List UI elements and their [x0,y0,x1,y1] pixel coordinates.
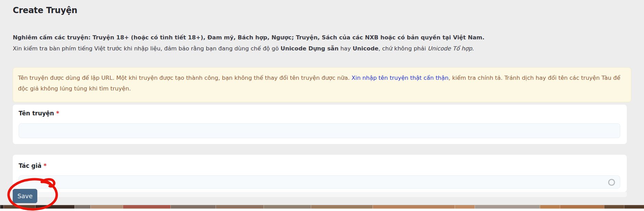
unicode-emphasis: Unicode [353,45,378,52]
cropped-image-segment [216,205,264,209]
cropped-image-strip [0,205,644,209]
tac-gia-input[interactable] [19,175,620,189]
keyboard-note-text-3: , chứ không phải [378,45,428,52]
unicode-to-hop-emphasis: Unicode Tổ hợp [428,45,472,52]
cropped-image-segment [170,205,216,209]
cropped-image-segment [455,205,475,209]
cropped-image-segment [90,205,123,209]
cropped-image-segment [123,205,171,209]
ten-truyen-input[interactable] [19,123,620,138]
create-truyen-page: Create Truyện Nghiêm cấm các truyện: Tru… [0,0,644,211]
url-name-warning-alert: Tên truyện được dùng để lập URL. Một khi… [13,67,631,102]
field-card-tac-gia: Tác giả* [13,155,627,192]
prohibited-stories-warning: Nghiêm cấm các truyện: Truyện 18+ (hoặc … [13,33,485,42]
ten-truyen-label: Tên truyện* [19,110,59,117]
cropped-image-segment [604,205,624,209]
loading-spinner-icon [608,179,615,186]
cropped-image-segment [35,205,75,209]
save-button[interactable]: Save [13,189,37,203]
keyboard-note-text-4: . [472,45,474,52]
cropped-image-segment [75,205,90,209]
cropped-image-segment [264,205,311,209]
required-asterisk: * [43,162,47,169]
ten-truyen-label-text: Tên truyện [19,110,54,117]
cropped-image-segment [624,205,644,209]
bottom-whitespace [0,209,644,211]
cropped-image-segment [475,205,540,209]
cropped-image-segment [540,205,560,209]
unicode-dung-san-emphasis: Unicode Dựng sẵn [280,45,338,52]
keyboard-note-text-2: hay [338,45,353,52]
tac-gia-label-text: Tác giả [19,162,41,169]
cropped-image-segment [0,205,3,209]
alert-text-before: Tên truyện được dùng để lập URL. Một khi… [18,75,351,81]
tac-gia-label: Tác giả* [19,162,47,169]
cropped-image-segment [560,205,604,209]
card-footer-strip [13,192,627,198]
keyboard-mode-note: Xin kiểm tra bàn phím tiếng Việt trước k… [13,45,474,53]
required-asterisk: * [56,110,59,117]
cropped-image-segment [373,205,454,209]
enter-name-carefully-link[interactable]: Xin nhập tên truyện thật cẩn thận [351,75,448,81]
field-card-ten-truyen: Tên truyện* [13,105,627,144]
page-title: Create Truyện [13,6,77,15]
keyboard-note-text-1: Xin kiểm tra bàn phím tiếng Việt trước k… [13,45,280,52]
cropped-image-segment [3,205,35,209]
cropped-image-segment [311,205,373,209]
